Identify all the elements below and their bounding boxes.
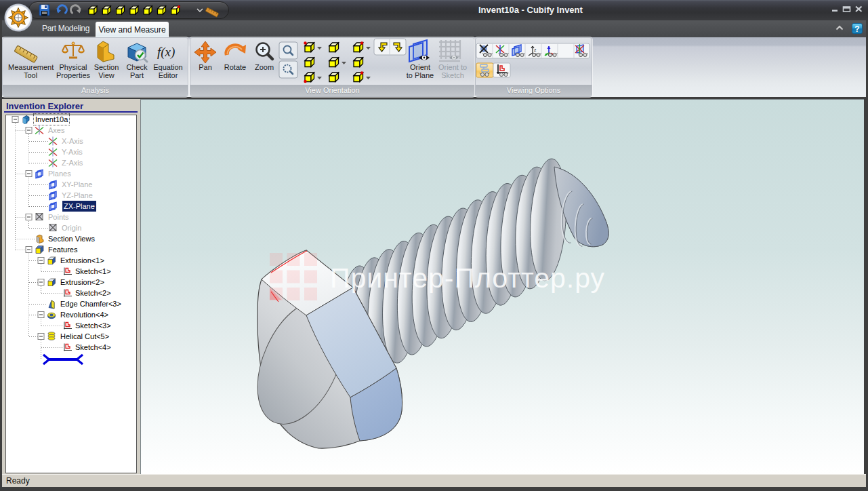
svg-text:z: z [534, 47, 537, 52]
svg-text:f(x): f(x) [157, 45, 175, 60]
